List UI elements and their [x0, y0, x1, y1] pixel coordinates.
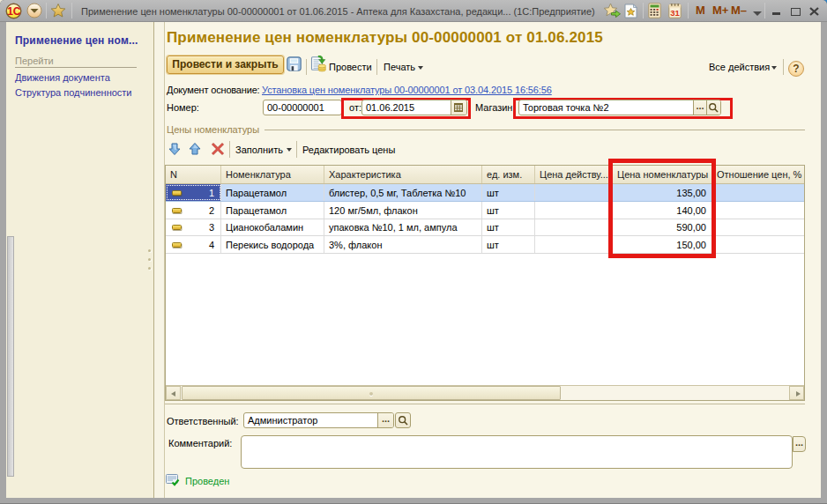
svg-text:31: 31: [670, 8, 680, 18]
svg-text:1C: 1C: [7, 5, 21, 18]
